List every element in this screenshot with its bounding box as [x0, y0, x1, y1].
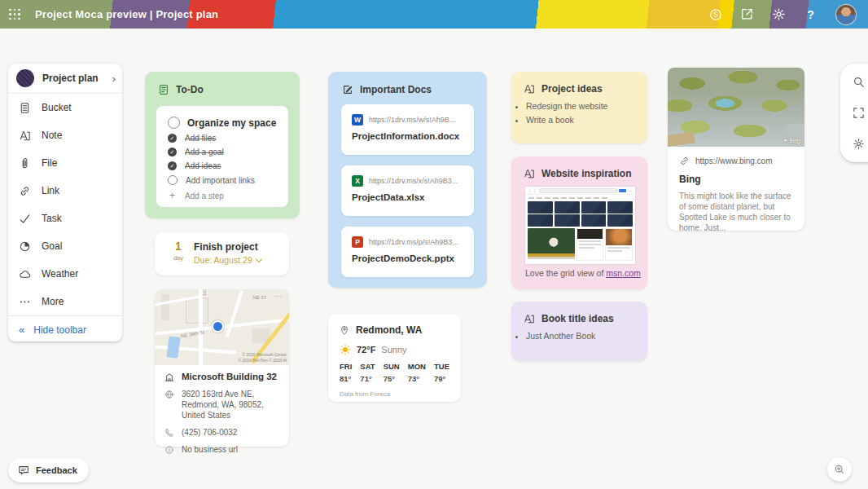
project-plan-label: Project plan — [42, 73, 99, 84]
map-street-label: NE 37 — [252, 295, 266, 300]
forecast-temp: 79° — [434, 374, 449, 383]
link-icon — [19, 185, 31, 197]
settings-gear-icon[interactable] — [772, 7, 786, 21]
goal-title: Finish project — [194, 241, 258, 253]
feedback-icon — [18, 465, 29, 476]
add-step-button[interactable]: + Add a step — [156, 190, 288, 201]
location-card[interactable]: 163rd Av NE 36th St NE 37 ··· © 2020 Mic… — [155, 289, 289, 447]
place-url-note: No business url — [182, 444, 238, 455]
doc-tile-powerpoint[interactable]: P https://1drv.ms/p/s!Ah9B3... ProjectDe… — [341, 227, 474, 277]
weather-card[interactable]: Redmond, WA 72°F Sunny FRI81° SAT71° SUN… — [328, 314, 461, 402]
project-ideas-card[interactable]: Project ideas Redesign the website Write… — [511, 72, 647, 143]
user-avatar[interactable] — [835, 4, 857, 25]
doc-url[interactable]: https://1drv.ms/p/s!Ah9B3... — [369, 238, 458, 246]
goal-card[interactable]: 1 day Finish project Due: August 29 — [155, 232, 289, 275]
forecast-day: FRI — [340, 362, 352, 371]
bing-watermark: ▸Bing — [784, 137, 800, 143]
forecast-temp: 81° — [340, 374, 352, 383]
goal-count: 1 — [169, 240, 188, 252]
goal-due-label: Due: August 29 — [194, 255, 252, 265]
doc-tile-word[interactable]: W https://1drv.ms/w/s!Ah9B... ProjectInf… — [341, 104, 474, 155]
check-circle-icon[interactable]: ✓ — [168, 148, 177, 156]
todo-card-title: To-Do — [176, 84, 204, 95]
feedback-label: Feedback — [36, 465, 77, 475]
hide-toolbar-label: Hide toolbar — [33, 324, 86, 336]
radio-circle-icon[interactable] — [168, 175, 178, 185]
hide-toolbar-button[interactable]: « Hide toolbar — [8, 315, 122, 343]
todo-list[interactable]: Organize my space ✓ Add files ✓ Add a go… — [156, 106, 288, 207]
app-launcher-icon[interactable] — [9, 9, 20, 20]
bing-url[interactable]: https://www.bing.com — [695, 156, 772, 165]
todo-open-item[interactable]: Add important links — [156, 175, 288, 185]
bing-link-card[interactable]: ▸Bing https://www.bing.com Bing This mig… — [668, 68, 804, 231]
doc-url[interactable]: https://1drv.ms/x/s!Ah9B3... — [369, 177, 458, 185]
radio-circle-icon[interactable] — [168, 117, 180, 129]
doc-tile-excel[interactable]: X https://1drv.ms/x/s!Ah9B3... ProjectDa… — [341, 165, 474, 216]
msn-link[interactable]: msn.com — [606, 268, 641, 278]
search-button[interactable] — [850, 74, 866, 90]
map-more-icon[interactable]: ··· — [274, 293, 283, 299]
sun-icon — [340, 344, 351, 355]
place-phone[interactable]: (425) 706-0032 — [182, 427, 237, 438]
toolbar-item-goal[interactable]: Goal — [8, 232, 122, 260]
website-inspiration-card[interactable]: Website inspiration ⋮⋮⋯ Love the grid vi… — [511, 156, 647, 289]
app-title: Project Moca preview | Project plan — [35, 8, 218, 20]
doc-filename[interactable]: ProjectDemoDeck.pptx — [341, 248, 474, 263]
canvas-settings-button[interactable] — [850, 135, 866, 152]
important-docs-card[interactable]: Important Docs W https://1drv.ms/w/s!Ah9… — [328, 72, 487, 288]
map-image[interactable]: 163rd Av NE 36th St NE 37 ··· © 2020 Mic… — [155, 289, 289, 365]
goal-due-date[interactable]: Due: August 29 — [194, 255, 261, 265]
toolbar-item-label: Weather — [42, 268, 78, 280]
bing-preview-image[interactable]: ▸Bing — [668, 68, 804, 147]
idea-item: Write a book — [526, 115, 647, 125]
doc-filename[interactable]: ProjectInformation.docx — [341, 126, 474, 141]
more-icon — [19, 296, 31, 308]
todo-item-label: Add ideas — [185, 161, 221, 170]
double-chevron-left-icon: « — [19, 324, 24, 336]
msn-screenshot[interactable]: ⋮⋮⋯ — [524, 186, 636, 265]
bucket-icon — [19, 102, 31, 114]
toolbar-item-file[interactable]: File — [8, 149, 122, 177]
todo-list-title-row[interactable]: Organize my space — [156, 117, 288, 129]
doc-filename[interactable]: ProjectData.xlsx — [341, 187, 474, 202]
toolbar-item-weather[interactable]: Weather — [8, 260, 122, 288]
todo-completed-item[interactable]: ✓ Add files — [156, 134, 288, 143]
checkmark-icon — [19, 213, 31, 225]
book-card-title: Book title ideas — [541, 313, 614, 324]
todo-list-title: Organize my space — [187, 117, 276, 129]
place-address: 3620 163rd Ave NE, Redmond, WA, 98052, U… — [182, 389, 279, 421]
bing-title: Bing — [668, 166, 804, 185]
doc-url[interactable]: https://1drv.ms/w/s!Ah9B... — [369, 116, 455, 124]
forecast-temp: 75° — [384, 374, 400, 383]
app-header: Project Moca preview | Project plan ? — [0, 0, 868, 29]
todo-completed-item[interactable]: ✓ Add ideas — [156, 161, 288, 170]
map-location-pin — [212, 320, 224, 333]
weather-location: Redmond, WA — [356, 324, 422, 336]
building-icon — [164, 372, 174, 382]
check-circle-icon[interactable]: ✓ — [168, 134, 177, 143]
caption-text: Love the grid view of — [525, 268, 606, 278]
check-circle-icon[interactable]: ✓ — [168, 161, 177, 170]
globe-icon — [164, 390, 174, 399]
toolbar-item-bucket[interactable]: Bucket — [8, 94, 122, 121]
goal-unit: day — [169, 254, 188, 262]
toolbar-item-note[interactable]: Note — [8, 121, 122, 149]
skype-icon[interactable] — [708, 7, 722, 21]
todo-completed-item[interactable]: ✓ Add a goal — [156, 148, 288, 156]
toolbar-project-plan[interactable]: Project plan › — [8, 64, 122, 94]
inspiration-card-title: Website inspiration — [541, 168, 631, 179]
toolbar-item-more[interactable]: More — [8, 288, 122, 315]
help-icon[interactable]: ? — [804, 7, 818, 21]
feedback-button[interactable]: Feedback — [8, 458, 89, 482]
zoom-button[interactable] — [827, 457, 852, 482]
project-avatar — [16, 69, 34, 87]
todo-bucket-card[interactable]: To-Do Organize my space ✓ Add files ✓ Ad… — [145, 72, 300, 218]
toolbar-item-link[interactable]: Link — [8, 177, 122, 205]
note-icon — [524, 313, 535, 324]
book-ideas-card[interactable]: Book title ideas Just Another Book — [511, 302, 647, 361]
share-note-icon[interactable] — [740, 7, 754, 21]
fit-view-button[interactable] — [850, 104, 866, 121]
zoom-in-icon — [834, 464, 845, 475]
toolbar-item-task[interactable]: Task — [8, 205, 122, 232]
phone-icon — [164, 428, 174, 438]
